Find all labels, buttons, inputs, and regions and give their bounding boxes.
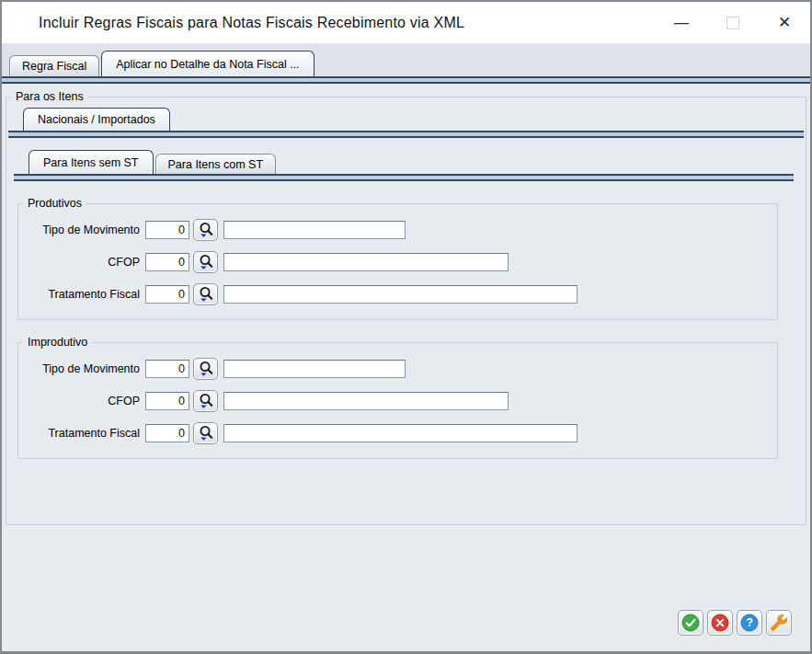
maximize-icon: [726, 17, 739, 29]
tab-aplicar-detalhe-nota-fiscal[interactable]: Aplicar no Detalhe da Nota Fiscal ...: [101, 51, 314, 76]
minimize-button[interactable]: —: [656, 5, 707, 41]
tipo-movimento-description-input[interactable]: [223, 221, 406, 239]
help-button[interactable]: ?: [737, 610, 762, 636]
tipo-movimento-description-input[interactable]: [223, 360, 406, 378]
tipo-movimento-lookup-button[interactable]: [193, 219, 218, 241]
field-label: Tratamento Fiscal: [22, 288, 140, 301]
tab-para-itens-sem-st[interactable]: Para Itens sem ST: [29, 150, 154, 174]
top-tab-strip: Regra Fiscal Aplicar no Detalhe da Nota …: [2, 43, 810, 76]
magnifier-icon: [197, 221, 215, 239]
field-label: Tipo de Movimento: [22, 224, 140, 236]
svg-text:?: ?: [746, 616, 753, 629]
tipo-movimento-lookup-button[interactable]: [193, 358, 218, 380]
field-row-produtivos-tratamento-fiscal: Tratamento Fiscal: [22, 283, 777, 305]
close-icon: ✕: [778, 15, 791, 30]
group-improdutivo-label: Improdutivo: [23, 336, 92, 349]
st-tab-divider: [14, 174, 794, 181]
cancel-button[interactable]: [707, 610, 733, 636]
tratamento-fiscal-code-input[interactable]: [145, 285, 189, 304]
footer-actions: ?: [6, 610, 806, 651]
window-controls: — ✕: [656, 5, 810, 41]
close-button[interactable]: ✕: [759, 5, 810, 41]
magnifier-icon: [197, 360, 215, 378]
group-para-os-itens-label: Para os Itens: [11, 90, 88, 103]
cfop-description-input[interactable]: [223, 253, 509, 271]
field-row-produtivos-tipo-movimento: Tipo de Movimento: [22, 219, 777, 241]
tipo-movimento-code-input[interactable]: [145, 360, 189, 378]
tab-regra-fiscal[interactable]: Regra Fiscal: [9, 55, 99, 76]
field-label: CFOP: [22, 395, 140, 407]
check-icon: [681, 614, 700, 632]
field-label: Tratamento Fiscal: [22, 427, 140, 440]
minimize-icon: —: [674, 16, 689, 30]
st-tab-strip: Para Itens sem ST Para Itens com ST: [6, 138, 806, 174]
x-icon: [711, 614, 729, 632]
magnifier-icon: [197, 285, 215, 304]
group-produtivos-label: Produtivos: [23, 197, 86, 210]
maximize-button[interactable]: [707, 5, 759, 41]
title-bar: Incluir Regras Fiscais para Notas Fiscai…: [2, 2, 810, 43]
tratamento-fiscal-code-input[interactable]: [145, 424, 189, 442]
field-label: CFOP: [22, 256, 140, 269]
field-label: Tipo de Movimento: [22, 362, 140, 375]
tab-divider: [2, 76, 810, 84]
field-row-produtivos-cfop: CFOP: [22, 251, 777, 273]
field-row-improdutivo-cfop: CFOP: [22, 390, 777, 412]
field-row-improdutivo-tipo-movimento: Tipo de Movimento: [22, 358, 777, 380]
cfop-code-input[interactable]: [145, 392, 189, 410]
field-row-improdutivo-tratamento-fiscal: Tratamento Fiscal: [22, 422, 777, 444]
dialog-window: Incluir Regras Fiscais para Notas Fiscai…: [0, 0, 812, 654]
cfop-lookup-button[interactable]: [193, 390, 218, 412]
group-produtivos: Produtivos Tipo de Movimento CFOP: [17, 203, 778, 320]
magnifier-icon: [197, 392, 215, 410]
window-title: Incluir Regras Fiscais para Notas Fiscai…: [39, 15, 656, 31]
tratamento-fiscal-lookup-button[interactable]: [193, 283, 218, 305]
tratamento-fiscal-description-input[interactable]: [223, 285, 578, 304]
tools-button[interactable]: [766, 610, 792, 636]
origin-tab-strip: Nacionais / Importados: [6, 98, 806, 131]
magnifier-icon: [197, 424, 215, 442]
group-para-os-itens: Para os Itens Nacionais / Importados Par…: [6, 97, 806, 525]
group-improdutivo: Improdutivo Tipo de Movimento CFOP: [17, 342, 778, 459]
tratamento-fiscal-lookup-button[interactable]: [193, 422, 218, 444]
tab-para-itens-com-st[interactable]: Para Itens com ST: [155, 154, 277, 174]
confirm-button[interactable]: [678, 610, 703, 636]
cfop-lookup-button[interactable]: [193, 251, 218, 273]
tab-nacionais-importados[interactable]: Nacionais / Importados: [23, 108, 170, 131]
tipo-movimento-code-input[interactable]: [145, 221, 189, 239]
question-icon: ?: [740, 614, 759, 632]
cfop-code-input[interactable]: [145, 253, 189, 271]
cfop-description-input[interactable]: [223, 392, 509, 410]
wrench-icon: [770, 614, 788, 632]
content-area: Para os Itens Nacionais / Importados Par…: [2, 84, 810, 651]
origin-tab-divider: [8, 131, 804, 138]
magnifier-icon: [197, 253, 215, 271]
tratamento-fiscal-description-input[interactable]: [223, 424, 578, 442]
